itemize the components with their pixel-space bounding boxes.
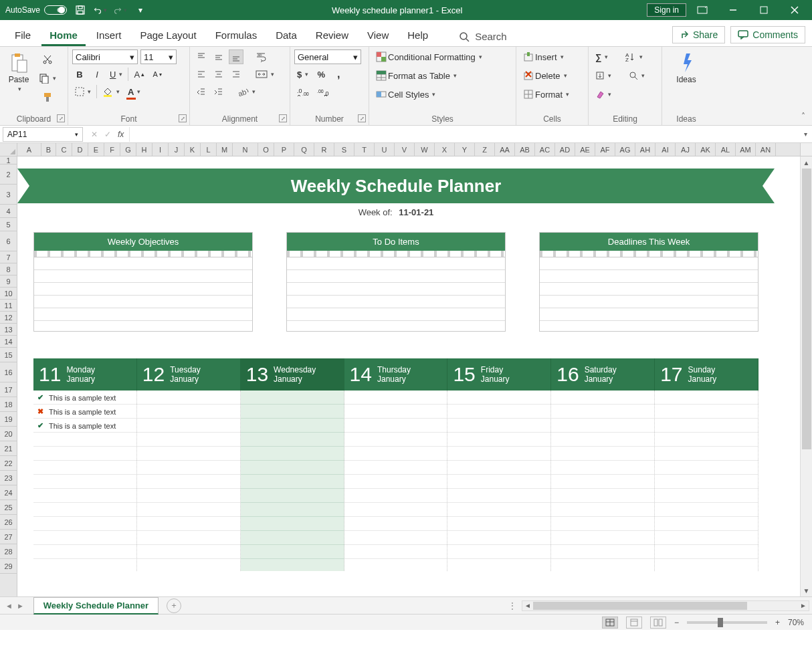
zoom-value[interactable]: 70% — [788, 618, 804, 627]
row-header-25[interactable]: 25 — [0, 500, 17, 515]
font-color-button[interactable]: A — [125, 84, 143, 99]
tasks-col-friday[interactable] — [447, 391, 551, 571]
scroll-down-arrow[interactable]: ▼ — [803, 584, 810, 596]
task-row[interactable]: ✔This is a sample text — [33, 391, 136, 405]
task-row[interactable]: ✔This is a sample text — [33, 419, 136, 433]
hscroll-left[interactable]: ◄ — [522, 602, 533, 609]
clear-button[interactable] — [593, 87, 614, 102]
col-header-H[interactable]: H — [136, 143, 153, 156]
col-header-E[interactable]: E — [88, 143, 104, 156]
underline-button[interactable]: U — [107, 67, 125, 82]
col-header-C[interactable]: C — [56, 143, 72, 156]
row-header-23[interactable]: 23 — [0, 471, 17, 485]
row-header-3[interactable]: 3 — [0, 185, 17, 205]
tab-home[interactable]: Home — [41, 25, 86, 46]
align-left-button[interactable] — [194, 67, 209, 82]
col-header-AN[interactable]: AN — [756, 143, 776, 156]
align-center-button[interactable] — [211, 67, 226, 82]
sort-filter-button[interactable]: AZ — [623, 49, 645, 64]
horizontal-scrollbar[interactable]: ◄ ► — [522, 600, 809, 611]
grow-font-button[interactable]: A▴ — [131, 67, 147, 82]
row-header-27[interactable]: 27 — [0, 530, 17, 544]
col-header-AE[interactable]: AE — [575, 143, 595, 156]
decrease-indent-button[interactable] — [194, 84, 209, 99]
col-header-AD[interactable]: AD — [555, 143, 575, 156]
vertical-scrollbar[interactable]: ▲ ▼ — [800, 156, 812, 596]
tasks-col-thursday[interactable] — [344, 391, 448, 571]
row-header-11[interactable]: 11 — [0, 300, 17, 312]
shrink-font-button[interactable]: A▾ — [150, 67, 165, 82]
save-icon[interactable] — [74, 3, 87, 17]
row-header-5[interactable]: 5 — [0, 218, 17, 231]
row-header-22[interactable]: 22 — [0, 456, 17, 471]
tasks-col-wednesday[interactable] — [241, 391, 344, 571]
row-header-7[interactable]: 7 — [0, 251, 17, 263]
tasks-col-monday[interactable]: ✔This is a sample text✖This is a sample … — [33, 391, 137, 571]
cut-button[interactable] — [36, 52, 59, 67]
tasks-col-sunday[interactable] — [655, 391, 758, 571]
row-header-2[interactable]: 2 — [0, 164, 17, 185]
autosum-button[interactable]: ∑ — [593, 49, 611, 64]
tab-page-layout[interactable]: Page Layout — [132, 25, 204, 46]
hscroll-right[interactable]: ► — [798, 602, 809, 609]
cell-styles-button[interactable]: Cell Styles — [373, 87, 438, 102]
copy-button[interactable] — [36, 71, 59, 86]
col-header-AB[interactable]: AB — [515, 143, 535, 156]
col-header-AJ[interactable]: AJ — [676, 143, 696, 156]
insert-cells-button[interactable]: Insert — [520, 49, 582, 64]
tab-insert[interactable]: Insert — [88, 25, 130, 46]
name-box[interactable]: AP11▾ — [3, 127, 83, 142]
row-header-26[interactable]: 26 — [0, 515, 17, 530]
page-break-view-button[interactable] — [650, 617, 666, 629]
col-header-D[interactable]: D — [72, 143, 88, 156]
col-header-B[interactable]: B — [41, 143, 56, 156]
col-header-AG[interactable]: AG — [615, 143, 635, 156]
col-header-I[interactable]: I — [153, 143, 169, 156]
merge-center-button[interactable] — [253, 67, 277, 82]
row-header-24[interactable]: 24 — [0, 485, 17, 500]
tab-scroll-left[interactable]: ◄ — [5, 602, 13, 610]
tab-help[interactable]: Help — [399, 25, 436, 46]
cancel-formula-icon[interactable]: ✕ — [91, 130, 98, 139]
expand-formula-bar[interactable]: ▾ — [799, 130, 812, 138]
row-header-1[interactable]: 1 — [0, 156, 17, 164]
borders-button[interactable] — [72, 84, 94, 99]
scroll-up-arrow[interactable]: ▲ — [803, 156, 810, 169]
ribbon-display-options-icon[interactable] — [688, 0, 717, 20]
delete-cells-button[interactable]: Delete — [520, 68, 582, 83]
sheet-tab-active[interactable]: Weekly Schedule Planner — [33, 597, 159, 615]
comma-format-button[interactable]: , — [331, 67, 346, 82]
col-header-N[interactable]: N — [233, 143, 258, 156]
hscroll-thumb[interactable] — [533, 602, 747, 610]
row-header-17[interactable]: 17 — [0, 382, 17, 397]
row-header-28[interactable]: 28 — [0, 544, 17, 559]
collapse-ribbon-button[interactable]: ˄ — [801, 112, 805, 121]
font-launcher[interactable]: ⤢ — [179, 114, 187, 122]
col-header-W[interactable]: W — [415, 143, 435, 156]
row-header-29[interactable]: 29 — [0, 559, 17, 574]
font-name-combo[interactable]: Calibri▾ — [72, 49, 138, 64]
col-header-Z[interactable]: Z — [475, 143, 495, 156]
conditional-formatting-button[interactable]: Conditional Formatting — [373, 49, 485, 64]
col-header-G[interactable]: G — [120, 143, 136, 156]
align-right-button[interactable] — [229, 67, 243, 82]
orientation-button[interactable]: ab — [235, 84, 258, 99]
close-button[interactable] — [780, 0, 809, 20]
align-bottom-button[interactable] — [229, 49, 243, 64]
col-header-AA[interactable]: AA — [495, 143, 515, 156]
col-header-Q[interactable]: Q — [294, 143, 314, 156]
row-header-4[interactable]: 4 — [0, 205, 17, 218]
col-header-AK[interactable]: AK — [696, 143, 716, 156]
tasks-col-tuesday[interactable] — [137, 391, 241, 571]
col-header-L[interactable]: L — [201, 143, 217, 156]
redo-button[interactable] — [114, 3, 127, 17]
card-deadlines-body[interactable] — [540, 257, 758, 331]
card-todo-body[interactable] — [287, 257, 505, 331]
row-header-13[interactable]: 13 — [0, 324, 17, 336]
tab-split-handle[interactable]: ⋮ — [503, 601, 522, 610]
new-sheet-button[interactable]: ＋ — [167, 598, 181, 613]
increase-indent-button[interactable] — [211, 84, 226, 99]
tab-view[interactable]: View — [359, 25, 397, 46]
italic-button[interactable]: I — [90, 67, 104, 82]
format-as-table-button[interactable]: Format as Table — [373, 68, 460, 83]
